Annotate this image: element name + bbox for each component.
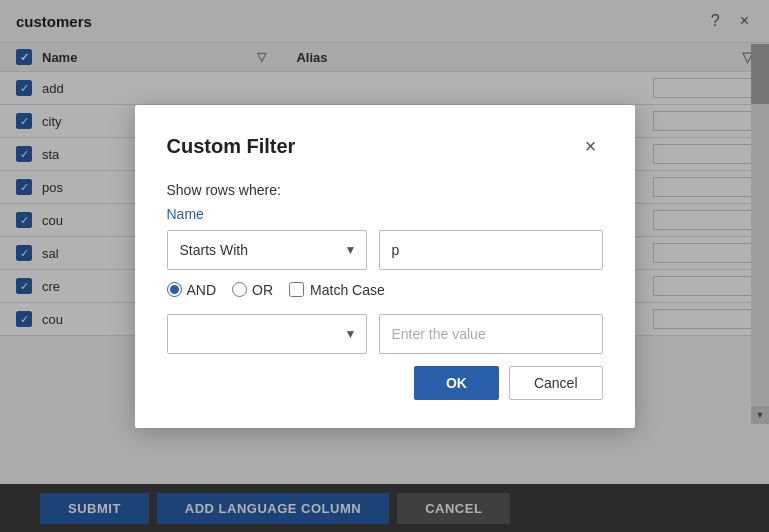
or-radio[interactable] — [232, 282, 247, 297]
options-row: AND OR Match Case — [167, 282, 603, 298]
ok-button[interactable]: OK — [414, 366, 499, 400]
modal-title: Custom Filter — [167, 135, 296, 158]
match-case-checkbox[interactable] — [289, 282, 304, 297]
and-radio-label[interactable]: AND — [167, 282, 217, 298]
custom-filter-dialog: Custom Filter × Show rows where: Name St… — [135, 105, 635, 428]
condition-select[interactable]: Starts With Ends With Contains Equals Do… — [167, 230, 367, 270]
filter-value-input[interactable] — [379, 230, 603, 270]
or-label: OR — [252, 282, 273, 298]
match-case-label[interactable]: Match Case — [289, 282, 385, 298]
match-case-text: Match Case — [310, 282, 385, 298]
modal-footer: OK Cancel — [167, 366, 603, 400]
and-label: AND — [187, 282, 217, 298]
condition-select-2-wrapper: Starts With Ends With Contains Equals ▼ — [167, 314, 367, 354]
filter-field-label: Name — [167, 206, 603, 222]
show-rows-label: Show rows where: — [167, 182, 603, 198]
condition-select-wrapper: Starts With Ends With Contains Equals Do… — [167, 230, 367, 270]
and-radio[interactable] — [167, 282, 182, 297]
condition-select-2[interactable]: Starts With Ends With Contains Equals — [167, 314, 367, 354]
or-radio-label[interactable]: OR — [232, 282, 273, 298]
modal-close-button[interactable]: × — [579, 133, 603, 160]
modal-header: Custom Filter × — [167, 133, 603, 160]
filter-row-1: Starts With Ends With Contains Equals Do… — [167, 230, 603, 270]
filter-value-2-input[interactable] — [379, 314, 603, 354]
cancel-button[interactable]: Cancel — [509, 366, 603, 400]
filter-row-2: Starts With Ends With Contains Equals ▼ — [167, 314, 603, 354]
modal-backdrop: Custom Filter × Show rows where: Name St… — [0, 0, 769, 532]
